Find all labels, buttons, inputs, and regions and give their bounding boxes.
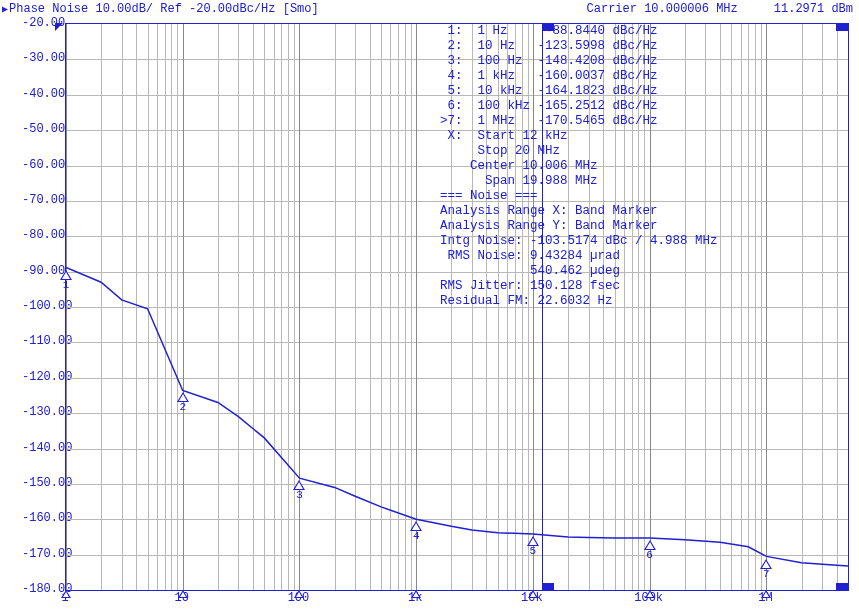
x-axis-tick-marker (61, 590, 71, 598)
x-axis-tick-marker (294, 590, 304, 598)
y-axis-label: -170.00 (22, 547, 64, 561)
header-carrier-info: Carrier 10.000006 MHz 11.2971 dBm (587, 2, 853, 16)
x-axis-tick-marker (645, 590, 655, 598)
chart-header: Phase Noise 10.00dB/ Ref -20.00dBc/Hz [S… (0, 0, 859, 16)
y-axis-label: -120.00 (22, 370, 64, 384)
x-axis-tick-marker (761, 590, 771, 598)
trace-marker-1[interactable]: 1 (60, 270, 72, 291)
carrier-power: 11.2971 dBm (774, 2, 853, 16)
y-axis-label: -160.00 (22, 511, 64, 525)
y-axis-label: -60.00 (22, 158, 64, 172)
scale-indicator-top-right (841, 23, 849, 31)
trace-marker-5[interactable]: 5 (527, 536, 539, 557)
y-axis-label: -100.00 (22, 299, 64, 313)
header-title: Phase Noise 10.00dB/ Ref -20.00dBc/Hz [S… (2, 2, 319, 16)
y-axis-label: -50.00 (22, 122, 64, 136)
marker-info-panel: 1: 1 Hz -88.8440 dBc/Hz 2: 10 Hz -123.59… (440, 24, 718, 309)
band-marker-stop[interactable] (848, 24, 849, 590)
band-marker-cap (542, 583, 554, 591)
scale-indicator-top-left (55, 23, 63, 31)
y-axis-label: -150.00 (22, 476, 64, 490)
y-axis-label: -70.00 (22, 193, 64, 207)
x-axis-tick-marker (178, 590, 188, 598)
plot-container: 1234567 -20.00-30.00-40.00-50.00-60.00-7… (10, 18, 849, 601)
y-axis-label: -80.00 (22, 228, 64, 242)
y-axis-label: -90.00 (22, 264, 64, 278)
band-marker-cap (836, 583, 848, 591)
trace-marker-4[interactable]: 4 (410, 521, 422, 542)
trace-marker-6[interactable]: 6 (644, 540, 656, 561)
trace-marker-2[interactable]: 2 (177, 392, 189, 413)
y-axis-label: -40.00 (22, 87, 64, 101)
x-axis-tick-marker (528, 590, 538, 598)
x-axis-tick-marker (411, 590, 421, 598)
y-axis-label: -30.00 (22, 51, 64, 65)
y-axis-label: -180.00 (22, 582, 64, 596)
trace-marker-7[interactable]: 7 (760, 559, 772, 580)
y-axis-label: -110.00 (22, 334, 64, 348)
y-axis-label: -140.00 (22, 441, 64, 455)
trace-marker-3[interactable]: 3 (293, 480, 305, 501)
y-axis-label: -130.00 (22, 405, 64, 419)
carrier-freq: Carrier 10.000006 MHz (587, 2, 738, 16)
